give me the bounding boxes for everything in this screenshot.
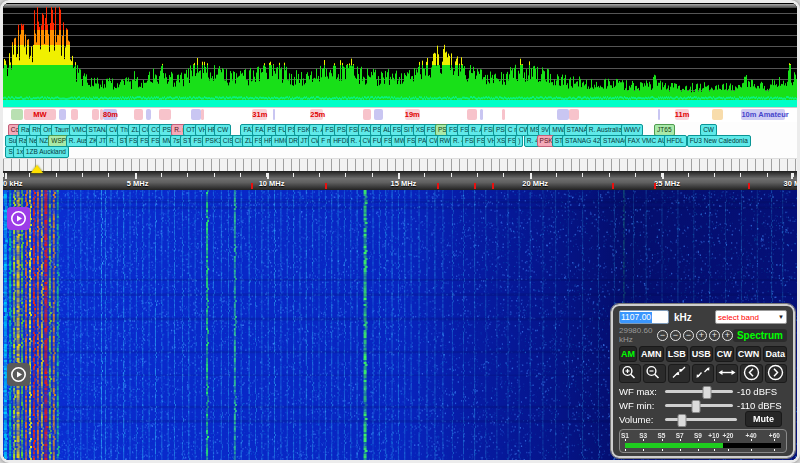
frequency-scale[interactable]: 0 kHz5 MHz10 MHz15 MHz20 MHz25 MHz30 M (3, 171, 797, 190)
band-segment[interactable] (467, 109, 477, 120)
band-segment[interactable] (134, 109, 143, 120)
passband-readout: 29980.60 kHz (619, 326, 657, 344)
s-meter-tick (751, 449, 752, 451)
band-segment[interactable] (191, 109, 201, 120)
zoom-in-button[interactable] (619, 364, 641, 383)
s-meter-label: +60 (769, 432, 780, 439)
band-25m[interactable]: 25m (310, 109, 323, 120)
band-segment[interactable] (11, 109, 23, 120)
scale-minor-tick (688, 173, 689, 177)
band-segment[interactable] (201, 109, 204, 120)
band-segment[interactable] (363, 109, 372, 120)
scale-red-marker (748, 183, 750, 189)
chevron-right-circle-icon (767, 364, 784, 384)
band-segment[interactable] (71, 109, 78, 120)
mute-button[interactable]: Mute (745, 411, 782, 427)
band-segment[interactable] (92, 109, 99, 120)
volume-slider-handle[interactable] (678, 414, 687, 427)
band-segment[interactable] (273, 109, 275, 120)
scale-red-marker (612, 183, 614, 189)
readout-row: 29980.60 kHz −−−+++ Spectrum (619, 326, 787, 344)
wf-min-slider[interactable] (665, 404, 733, 407)
wf-min-slider-handle[interactable] (691, 400, 700, 413)
s-meter-tick (751, 439, 752, 441)
scale-tick-label: 15 MHz (390, 179, 416, 188)
dx-labels-area[interactable]: CodRad 1xRhe 1xOne 1xTaumVMCSTANACWTheZL… (3, 122, 797, 158)
scale-minor-tick (108, 173, 109, 177)
band-segment[interactable] (146, 109, 152, 120)
s-meter-tick (625, 449, 626, 451)
band-select-dropdown[interactable]: select band ▼ (715, 310, 787, 324)
shift-right-button[interactable] (765, 364, 787, 383)
band-11m[interactable]: 11m (675, 109, 689, 120)
band-mw[interactable]: MW (24, 109, 57, 120)
band-segment[interactable] (159, 109, 171, 120)
band-segment[interactable] (59, 109, 66, 120)
mode-button-cwn[interactable]: CWN (736, 346, 762, 362)
band-segment[interactable] (658, 109, 660, 120)
spectrum-display[interactable] (3, 3, 797, 107)
dx-label[interactable]: FU3 New Caledonia (687, 135, 751, 147)
mode-button-lsb[interactable]: LSB (666, 346, 688, 362)
scale-minor-tick (451, 173, 452, 177)
frequency-input[interactable]: 1107.00 (619, 310, 669, 324)
freq-step-down-button[interactable]: − (657, 330, 668, 341)
wf-max-slider[interactable] (665, 390, 733, 393)
lower-play-toggle-button[interactable] (7, 363, 30, 386)
wf-min-value: -110 dBFS (737, 400, 787, 411)
mode-button-usb[interactable]: USB (690, 346, 713, 362)
freq-step-up-button[interactable]: + (709, 330, 720, 341)
s-meter-label: S9 (694, 432, 702, 439)
scale-tick-label: 25 MHz (654, 179, 680, 188)
freq-step-up-button[interactable]: + (696, 330, 707, 341)
scale-red-marker (325, 183, 327, 189)
mode-button-am[interactable]: AM (619, 346, 637, 362)
mode-button-data[interactable]: Data (763, 346, 787, 362)
mode-buttons: AMAMNLSBUSBCWCWNData (619, 346, 787, 362)
volume-slider[interactable] (665, 418, 737, 421)
band-segment[interactable] (480, 109, 482, 120)
scale-red-marker (654, 183, 656, 189)
band-segment[interactable] (569, 109, 579, 120)
spectrum-toggle-button[interactable]: Spectrum (733, 329, 787, 342)
freq-step-down-button[interactable]: − (683, 330, 694, 341)
dx-label[interactable]: 1ZB Auckland (23, 146, 69, 158)
volume-row: Volume: Mute (619, 413, 787, 425)
s-meter-label: S5 (658, 432, 666, 439)
upper-play-toggle-button[interactable] (7, 207, 30, 230)
freq-step-down-button[interactable]: − (670, 330, 681, 341)
dx-label[interactable]: ) (515, 135, 523, 147)
mode-button-amn[interactable]: AMN (639, 346, 664, 362)
band-10m-amateur[interactable]: 10m Amateur (741, 109, 785, 120)
zoom-out-button[interactable] (643, 364, 665, 383)
dx-label[interactable]: HFDL (664, 135, 687, 147)
scale-minor-tick (635, 173, 636, 177)
band-segment[interactable] (374, 109, 384, 120)
control-panel: 1107.00 kHz select band ▼ 29980.60 kHz −… (611, 304, 795, 458)
zoom-out-max-button[interactable] (692, 364, 714, 383)
zoom-to-band-button[interactable] (668, 364, 690, 383)
s-meter-level (625, 443, 723, 448)
dx-label-stems (3, 158, 797, 171)
band-31m[interactable]: 31m (252, 109, 266, 120)
passband-width-button[interactable] (716, 364, 738, 383)
band-80m[interactable]: 80m (103, 109, 117, 120)
scale-minor-tick (714, 173, 715, 177)
freq-step-up-button[interactable]: + (722, 330, 733, 341)
band-segment[interactable] (557, 109, 569, 120)
s-meter-label: +40 (746, 432, 757, 439)
s-meter-tick (643, 449, 644, 451)
frequency-step-buttons: −−−+++ (657, 330, 733, 341)
band-segment[interactable] (712, 109, 723, 120)
s-meter-tick (625, 439, 626, 441)
s-meter-tick (714, 439, 715, 441)
tuning-marker[interactable] (31, 165, 43, 173)
spectrum-canvas[interactable] (3, 3, 797, 107)
shift-left-button[interactable] (740, 364, 762, 383)
band-19m[interactable]: 19m (405, 109, 420, 120)
band-segment[interactable] (502, 109, 504, 120)
wf-max-slider-handle[interactable] (703, 386, 712, 399)
band-bar[interactable]: MW80m31m25m19m11m10m Amateur (3, 107, 797, 122)
wf-max-row: WF max: -10 dBFS (619, 385, 787, 397)
mode-button-cw[interactable]: CW (715, 346, 734, 362)
